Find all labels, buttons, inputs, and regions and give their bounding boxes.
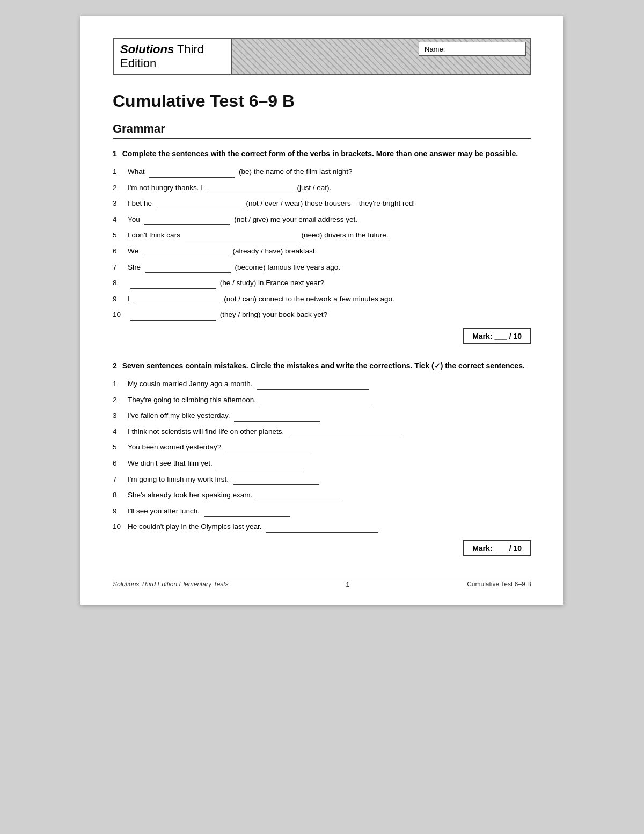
blank-field[interactable] bbox=[257, 381, 369, 390]
list-item: 7 I'm going to finish my work first. bbox=[113, 474, 531, 485]
blank-field[interactable] bbox=[143, 249, 229, 257]
list-item: 2 They're going to climbing this afterno… bbox=[113, 394, 531, 406]
page-title: Cumulative Test 6–9 B bbox=[113, 91, 531, 111]
question-2-instruction: 2 Seven sentences contain mistakes. Circ… bbox=[113, 360, 531, 372]
list-item: 3 I've fallen off my bike yesterday. bbox=[113, 410, 531, 422]
list-item: 7 She (become) famous five years ago. bbox=[113, 262, 531, 273]
question-1-block: 1 Complete the sentences with the correc… bbox=[113, 148, 531, 344]
mark-box-2: Mark: ___ / 10 bbox=[463, 540, 531, 556]
footer-rest: Third Edition Elementary Tests bbox=[139, 581, 228, 588]
blank-field[interactable] bbox=[156, 201, 242, 209]
list-item: 4 I think not scientists will find life … bbox=[113, 426, 531, 438]
blank-field[interactable] bbox=[266, 524, 378, 533]
mark-box-row-2: Mark: ___ / 10 bbox=[113, 540, 531, 556]
blank-field[interactable] bbox=[145, 264, 231, 273]
list-item: 5 You been worried yesterday? bbox=[113, 441, 531, 453]
logo-section: Solutions Third Edition bbox=[114, 39, 232, 74]
question-2-text: Seven sentences contain mistakes. Circle… bbox=[122, 361, 525, 370]
blank-field[interactable] bbox=[288, 429, 401, 437]
list-item: 2 I'm not hungry thanks. I (just / eat). bbox=[113, 182, 531, 194]
blank-field[interactable] bbox=[134, 296, 220, 304]
list-item: 4 You (not / give) me your email address… bbox=[113, 214, 531, 226]
section-heading-grammar: Grammar bbox=[113, 122, 531, 139]
list-item: 5 I don't think cars (need) drivers in t… bbox=[113, 229, 531, 241]
list-item: 6 We (already / have) breakfast. bbox=[113, 245, 531, 257]
blank-field[interactable] bbox=[207, 185, 293, 193]
blank-field[interactable] bbox=[225, 445, 311, 453]
blank-field[interactable] bbox=[185, 233, 297, 241]
list-item: 1 My cousin married Jenny ago a month. bbox=[113, 378, 531, 390]
blank-field[interactable] bbox=[234, 413, 320, 422]
header-pattern: Name: bbox=[232, 39, 530, 74]
blank-field[interactable] bbox=[144, 216, 230, 225]
mark-box-row-1: Mark: ___ / 10 bbox=[113, 328, 531, 344]
blank-field[interactable] bbox=[130, 280, 216, 289]
name-box: Name: bbox=[419, 42, 526, 56]
blank-field[interactable] bbox=[257, 492, 342, 501]
list-item: 1 What (be) the name of the film last ni… bbox=[113, 166, 531, 178]
list-item: 9 I (not / can) connect to the network a… bbox=[113, 293, 531, 305]
footer: Solutions Third Edition Elementary Tests… bbox=[113, 576, 531, 589]
list-item: 9 I'll see you after lunch. bbox=[113, 505, 531, 517]
name-label: Name: bbox=[425, 45, 445, 53]
list-item: 10 (they / bring) your book back yet? bbox=[113, 309, 531, 321]
list-item: 6 We didn't see that film yet. bbox=[113, 458, 531, 469]
header: Solutions Third Edition Name: bbox=[113, 38, 531, 75]
question-1-instruction: 1 Complete the sentences with the correc… bbox=[113, 148, 531, 159]
blank-field[interactable] bbox=[204, 508, 290, 517]
question-2-num: 2 bbox=[113, 360, 117, 372]
question-1-text: Complete the sentences with the correct … bbox=[122, 149, 518, 158]
blank-field[interactable] bbox=[233, 476, 319, 485]
footer-italic: Solutions bbox=[113, 581, 139, 588]
blank-field[interactable] bbox=[149, 169, 235, 178]
blank-field[interactable] bbox=[130, 312, 216, 321]
question-1-num: 1 bbox=[113, 148, 117, 159]
footer-center: 1 bbox=[346, 581, 349, 589]
logo-bold: Solutions bbox=[120, 42, 174, 56]
blank-field[interactable] bbox=[216, 461, 302, 469]
list-item: 3 I bet he (not / ever / wear) those tro… bbox=[113, 198, 531, 209]
question-2-block: 2 Seven sentences contain mistakes. Circ… bbox=[113, 360, 531, 556]
footer-right: Cumulative Test 6–9 B bbox=[467, 581, 531, 588]
list-item: 10 He couldn't play in the Olympics last… bbox=[113, 521, 531, 533]
question-1-items: 1 What (be) the name of the film last ni… bbox=[113, 166, 531, 321]
mark-box-1: Mark: ___ / 10 bbox=[463, 328, 531, 344]
logo-text: Solutions Third Edition bbox=[120, 42, 224, 70]
question-2-items: 1 My cousin married Jenny ago a month. 2… bbox=[113, 378, 531, 533]
blank-field[interactable] bbox=[260, 397, 373, 405]
list-item: 8 (he / study) in France next year? bbox=[113, 277, 531, 289]
footer-left: Solutions Third Edition Elementary Tests bbox=[113, 581, 229, 588]
list-item: 8 She's already took her speaking exam. bbox=[113, 489, 531, 501]
page: Solutions Third Edition Name: Cumulative… bbox=[80, 16, 564, 605]
